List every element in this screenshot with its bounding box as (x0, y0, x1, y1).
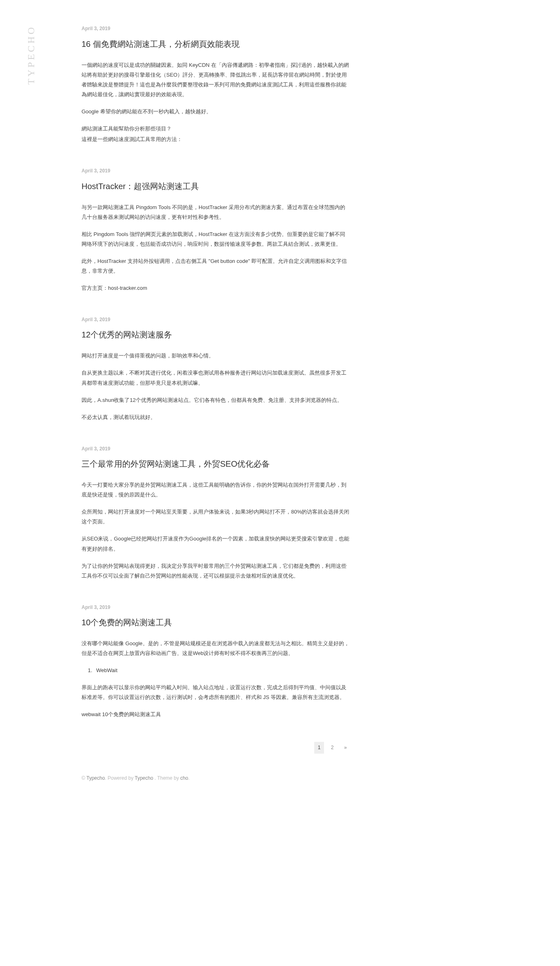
pagination-next-link[interactable]: » (340, 742, 351, 754)
pagination-current: 1 (314, 742, 324, 754)
post-body: 今天一灯要给大家分享的是外贸网站测速工具，这些工具能明确的告诉你，你的外贸网站在… (82, 480, 351, 580)
site-footer: © Typecho. Powered by Typecho . Theme by… (82, 774, 351, 799)
post-paragraph: 为了让你的外贸网站表现得更好，我决定分享我平时最常用的三个外贸网站测速工具，它们… (82, 561, 351, 581)
post-date: April 3, 2019 (82, 167, 351, 176)
post-title-link[interactable]: HostTracker：超强网站测速工具 (82, 179, 351, 194)
content-area: April 3, 2019 16 個免費網站測速工具，分析網頁效能表現 一個網站… (82, 0, 351, 799)
post-item: April 3, 2019 HostTracker：超强网站测速工具 与另一款网… (82, 167, 351, 293)
post-date: April 3, 2019 (82, 603, 351, 612)
post-title-link[interactable]: 三个最常用的外贸网站测速工具，外贸SEO优化必备 (82, 457, 351, 471)
pagination-page-link[interactable]: 2 (327, 742, 337, 754)
post-title-link[interactable]: 10个免费的网站测速工具 (82, 615, 351, 630)
post-item: April 3, 2019 10个免费的网站测速工具 没有哪个网站能像 Goog… (82, 603, 351, 719)
post-date: April 3, 2019 (82, 315, 351, 324)
list-item: WebWait (94, 666, 351, 675)
footer-copyright: © (82, 775, 86, 781)
post-item: April 3, 2019 12个优秀的网站测速服务 网站打开速度是一个值得重视… (82, 315, 351, 422)
post-paragraph: 众所周知，网站打开速度对一个网站至关重要，从用户体验来说，如果3秒内网站打不开，… (82, 507, 351, 527)
site-title[interactable]: TYPECHO (22, 25, 40, 85)
post-paragraph: 這裡是一些網站速度測試工具常用的方法： (82, 135, 351, 144)
footer-text: . Theme by (153, 775, 180, 781)
post-paragraph: 从SEO来说，Google已经把网站打开速度作为Google排名的一个因素，加载… (82, 534, 351, 554)
post-paragraph: 一個網站的速度可以是成功的關鍵因素。如同 KeyCDN 在「內容傳遞網路：初學者… (82, 60, 351, 99)
pagination: 1 2 » (82, 742, 351, 754)
post-body: 没有哪个网站能像 Google。是的，不管是网站规模还是在浏览器中载入的速度都无… (82, 639, 351, 719)
post-body: 一個網站的速度可以是成功的關鍵因素。如同 KeyCDN 在「內容傳遞網路：初學者… (82, 60, 351, 144)
post-paragraph: 今天一灯要给大家分享的是外贸网站测速工具，这些工具能明确的告诉你，你的外贸网站在… (82, 480, 351, 500)
post-paragraph: 此外，HostTracker 支持站外按钮调用，点击右侧工具 "Get butt… (82, 256, 351, 276)
footer-theme-author-link[interactable]: cho (180, 775, 188, 781)
post-date: April 3, 2019 (82, 445, 351, 454)
post-paragraph: 没有哪个网站能像 Google。是的，不管是网站规模还是在浏览器中载入的速度都无… (82, 639, 351, 658)
post-paragraph: 因此，A.shun收集了12个优秀的网站测速站点。它们各有特色，但都具有免费、免… (82, 395, 351, 405)
post-paragraph: webwait 10个免费的网站测速工具 (82, 710, 351, 719)
post-body: 网站打开速度是一个值得重视的问题，影响效率和心情。 自从更换主题以来，不断对其进… (82, 351, 351, 422)
post-paragraph: 不必太认真，测试着玩玩就好。 (82, 412, 351, 422)
post-title-link[interactable]: 12个优秀的网站测速服务 (82, 327, 351, 342)
post-item: April 3, 2019 三个最常用的外贸网站测速工具，外贸SEO优化必备 今… (82, 445, 351, 581)
post-date: April 3, 2019 (82, 24, 351, 33)
post-paragraph: 界面上的跑表可以显示你的网站平均載入时间。输入站点地址，设置运行次数，完成之后得… (82, 683, 351, 702)
post-paragraph: 与另一款网站测速工具 Pingdom Tools 不同的是，HostTracke… (82, 203, 351, 222)
footer-powered-link[interactable]: Typecho (135, 775, 153, 781)
footer-brand-link[interactable]: Typecho (86, 775, 105, 781)
post-title-link[interactable]: 16 個免費網站測速工具，分析網頁效能表現 (82, 37, 351, 51)
post-paragraph: Google 希望你的網站能在不到一秒內載入，越快越好。 (82, 107, 351, 117)
footer-text: . Powered by (105, 775, 134, 781)
post-paragraph: 相比 Pingdom Tools 強悍的网页元素的加载测试，HostTracke… (82, 229, 351, 249)
post-paragraph: 網站測速工具能幫助你分析那些項目？ (82, 124, 351, 134)
post-item: April 3, 2019 16 個免費網站測速工具，分析網頁效能表現 一個網站… (82, 24, 351, 144)
post-ordered-list: WebWait (94, 666, 351, 675)
page-container: TYPECHO April 3, 2019 16 個免費網站測速工具，分析網頁效… (0, 0, 560, 966)
post-paragraph: 网站打开速度是一个值得重视的问题，影响效率和心情。 (82, 351, 351, 361)
footer-text: . (188, 775, 190, 781)
post-paragraph: 自从更换主题以来，不断对其进行优化，闲着没事也测试用各种服务进行网站访问加载速度… (82, 368, 351, 388)
post-body: 与另一款网站测速工具 Pingdom Tools 不同的是，HostTracke… (82, 203, 351, 293)
post-paragraph: 官方主页：host-tracker.com (82, 283, 351, 293)
